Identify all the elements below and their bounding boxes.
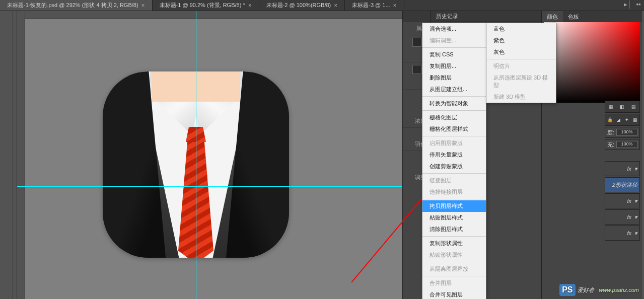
layer-row-selected[interactable]: 2形状路径: [605, 177, 640, 192]
tab-doc-1[interactable]: 未标题-1-恢复的.psd @ 292% (形状 4 拷贝 2, RGB/8)×: [0, 0, 153, 11]
tab-doc-4[interactable]: 未标题-3 @ 1...×: [345, 0, 404, 11]
layer-row[interactable]: fx▾: [605, 193, 640, 208]
menu-item[interactable]: 粘贴图层样式: [422, 212, 486, 223]
ruler-vertical[interactable]: [17, 11, 25, 299]
fill-slider[interactable]: 充:100%: [605, 139, 640, 150]
menu-item[interactable]: 蓝色: [486, 23, 556, 35]
history-tab[interactable]: 历史记录 ▸│ ▪▪: [431, 11, 541, 22]
mini-panel-icons[interactable]: ▦◧▤: [605, 101, 640, 113]
menu-item: 启用图层蒙版: [422, 137, 486, 149]
opacity-slider[interactable]: 度:100%: [605, 127, 640, 138]
guide-horizontal[interactable]: [17, 186, 402, 187]
menu-item[interactable]: 从图层建立组...: [422, 84, 486, 95]
menu-item[interactable]: 栅格化图层: [422, 112, 486, 123]
layer-row[interactable]: fx▾: [605, 226, 640, 241]
menu-item: 选择链接图层: [422, 186, 486, 198]
layer-row[interactable]: fx▾: [605, 209, 640, 225]
menu-item[interactable]: 复制 CSS: [422, 49, 486, 60]
menu-item: 从所选图层新建 3D 模型: [486, 72, 556, 91]
color-tab[interactable]: 颜色: [542, 11, 563, 22]
tab-doc-3[interactable]: 未标题-2 @ 100%(RGB/8)×: [259, 0, 345, 11]
menu-item[interactable]: 紫色: [486, 35, 556, 46]
menu-item[interactable]: 清除图层样式: [422, 223, 486, 235]
color-picker[interactable]: [544, 22, 640, 103]
shape-thumb-icon[interactable]: [412, 65, 421, 74]
menu-item: 粘贴形状属性: [422, 249, 486, 261]
watermark: PS 爱好者 www.psahz.com: [559, 284, 639, 296]
close-icon[interactable]: ×: [141, 2, 145, 9]
menu-item[interactable]: 停用矢量蒙版: [422, 149, 486, 161]
mask-thumb-icon[interactable]: [412, 38, 421, 47]
layers-list: fx▾ 2形状路径 fx▾ fx▾ fx▾: [605, 161, 640, 242]
close-icon[interactable]: ×: [393, 2, 397, 9]
menu-item: 合并图层: [422, 277, 486, 289]
menu-item: 编辑调整...: [422, 35, 486, 46]
menu-item[interactable]: 混合选项...: [422, 23, 486, 35]
document-tabs: 未标题-1-恢复的.psd @ 292% (形状 4 拷贝 2, RGB/8)×…: [0, 0, 644, 11]
menu-item[interactable]: 创建剪贴蒙版: [422, 161, 486, 172]
left-toolbar[interactable]: [0, 11, 13, 299]
ruler-horizontal[interactable]: [17, 11, 402, 19]
panel-menu-icon[interactable]: ▸│: [624, 1, 631, 8]
tab-doc-2[interactable]: 未标题-1 @ 90.2% (背景, RGB/8) *×: [153, 0, 259, 11]
guide-vertical[interactable]: [196, 11, 196, 299]
menu-item[interactable]: 栅格化图层样式: [422, 123, 486, 135]
color-submenu[interactable]: 蓝色紫色灰色明信片从所选图层新建 3D 模型新建 3D 模型: [486, 23, 556, 103]
menu-item[interactable]: 转换为智能对象: [422, 98, 486, 109]
close-icon[interactable]: ×: [334, 2, 337, 9]
menu-item: 新建 3D 模型: [486, 91, 556, 103]
menu-item: 链接图层: [422, 175, 486, 186]
mini-panel-icons-2[interactable]: 🔒◢✦▦: [605, 114, 640, 126]
menu-item[interactable]: 复制图层...: [422, 60, 486, 72]
layer-context-menu[interactable]: 混合选项...编辑调整...复制 CSS复制图层...删除图层从图层建立组...…: [422, 23, 486, 299]
menu-item[interactable]: 合并可见图层: [422, 289, 486, 299]
close-icon[interactable]: ×: [248, 2, 252, 9]
swatches-tab[interactable]: 色板: [563, 11, 584, 22]
color-panel: 颜色 色板: [541, 11, 642, 299]
panel-header: [403, 11, 431, 22]
panel-collapse-icon[interactable]: ▪▪: [635, 1, 642, 8]
menu-item[interactable]: 复制形状属性: [422, 238, 486, 249]
menu-item[interactable]: 删除图层: [422, 72, 486, 84]
canvas[interactable]: [17, 11, 402, 299]
menu-item: 从隔离图层释放: [422, 263, 486, 275]
left-gutter: [13, 11, 17, 299]
layer-row[interactable]: fx▾: [605, 161, 640, 176]
menu-item[interactable]: 拷贝图层样式: [422, 200, 486, 212]
menu-item[interactable]: 灰色: [486, 46, 556, 58]
menu-item: 明信片: [486, 60, 556, 72]
